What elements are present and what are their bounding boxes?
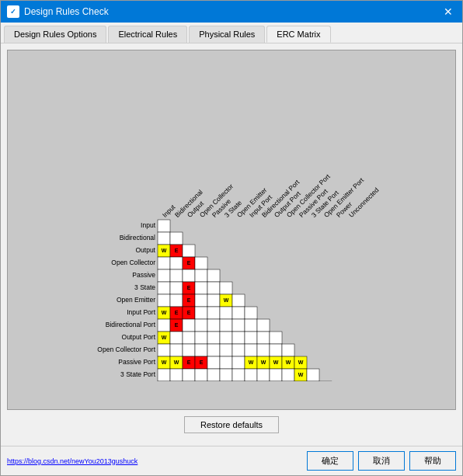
- restore-defaults-button[interactable]: Restore defaults: [184, 416, 279, 433]
- cell-11-4[interactable]: [207, 356, 220, 369]
- cell-5-3[interactable]: [195, 282, 207, 294]
- cell-12-3[interactable]: [195, 369, 207, 381]
- cell-12-8[interactable]: [257, 369, 270, 381]
- confirm-button[interactable]: 确定: [307, 451, 353, 471]
- main-window: ✓ Design Rules Check ✕ Design Rules Opti…: [0, 0, 463, 476]
- cell-8-2[interactable]: [183, 319, 195, 332]
- cell-4-2[interactable]: [183, 269, 195, 282]
- cell-9-7[interactable]: [245, 332, 257, 344]
- cell-9-9[interactable]: [270, 332, 282, 344]
- cell-7-0-text: W: [162, 310, 167, 315]
- cancel-button[interactable]: 取消: [358, 451, 405, 471]
- cell-10-1[interactable]: [170, 344, 183, 356]
- cell-10-5[interactable]: [220, 344, 232, 356]
- cell-6-3[interactable]: [195, 294, 207, 307]
- cell-10-2[interactable]: [183, 344, 195, 356]
- cell-11-7-text: W: [249, 360, 254, 365]
- bottom-bar: https://blog.csdn.net/newYou2013gushuck …: [1, 446, 462, 475]
- cell-6-1[interactable]: [170, 294, 183, 307]
- cell-0-0[interactable]: [158, 220, 170, 232]
- cell-9-1[interactable]: [170, 332, 183, 344]
- cell-5-5[interactable]: [220, 282, 232, 294]
- cell-11-6[interactable]: [232, 356, 245, 369]
- cell-10-7[interactable]: [245, 344, 257, 356]
- cell-11-0-text: W: [162, 360, 167, 365]
- cell-11-3-text: E: [200, 360, 204, 365]
- cell-9-4[interactable]: [207, 332, 220, 344]
- cell-9-5[interactable]: [220, 332, 232, 344]
- cell-12-0[interactable]: [158, 369, 170, 381]
- cell-10-8[interactable]: [257, 344, 270, 356]
- cell-8-4[interactable]: [207, 319, 220, 332]
- cell-10-4[interactable]: [207, 344, 220, 356]
- cell-8-0[interactable]: [158, 319, 170, 332]
- tab-electrical-rules[interactable]: Electrical Rules: [108, 26, 187, 43]
- cell-8-3[interactable]: [195, 319, 207, 332]
- cell-3-3[interactable]: [195, 257, 207, 269]
- cell-9-6[interactable]: [232, 332, 245, 344]
- cell-10-6[interactable]: [232, 344, 245, 356]
- matrix-container: .row-label { font-size: 8.5px; font-fami…: [7, 50, 456, 410]
- title-bar-left: ✓ Design Rules Check: [7, 5, 109, 18]
- cell-7-3[interactable]: [195, 307, 207, 319]
- cell-12-1[interactable]: [170, 369, 183, 381]
- window-icon: ✓: [7, 5, 19, 18]
- cell-5-2-text: E: [187, 285, 191, 290]
- title-bar: ✓ Design Rules Check ✕: [1, 1, 462, 23]
- cell-6-6[interactable]: [232, 294, 245, 307]
- cell-12-9[interactable]: [270, 369, 282, 381]
- svg-text:Open Collector Port: Open Collector Port: [97, 346, 155, 353]
- cell-8-6[interactable]: [232, 319, 245, 332]
- cell-10-0[interactable]: [158, 344, 170, 356]
- cell-5-1[interactable]: [170, 282, 183, 294]
- cell-10-10[interactable]: [282, 344, 294, 356]
- cell-7-6[interactable]: [232, 307, 245, 319]
- cell-6-0[interactable]: [158, 294, 170, 307]
- cell-12-4[interactable]: [207, 369, 220, 381]
- cell-8-1-text: E: [175, 322, 179, 328]
- cell-2-2[interactable]: [183, 245, 195, 257]
- tab-erc-matrix[interactable]: ERC Matrix: [266, 26, 330, 43]
- cell-12-10[interactable]: [282, 369, 294, 381]
- cell-12-7[interactable]: [245, 369, 257, 381]
- cell-10-3[interactable]: [195, 344, 207, 356]
- cell-4-3[interactable]: [195, 269, 207, 282]
- cell-7-5[interactable]: [220, 307, 232, 319]
- cell-8-5[interactable]: [220, 319, 232, 332]
- cell-7-4[interactable]: [207, 307, 220, 319]
- cell-3-0[interactable]: [158, 257, 170, 269]
- cell-10-9[interactable]: [270, 344, 282, 356]
- cell-11-8-text: W: [261, 360, 266, 365]
- svg-text:Output Port: Output Port: [122, 333, 156, 341]
- tab-physical-rules[interactable]: Physical Rules: [189, 26, 265, 43]
- help-button[interactable]: 帮助: [409, 451, 456, 471]
- content-area: .row-label { font-size: 8.5px; font-fami…: [1, 43, 462, 446]
- cell-12-5[interactable]: [220, 369, 232, 381]
- close-button[interactable]: ✕: [440, 4, 456, 19]
- cell-3-1[interactable]: [170, 257, 183, 269]
- cell-11-5[interactable]: [220, 356, 232, 369]
- cell-7-1-text: E: [175, 310, 179, 315]
- cell-12-6[interactable]: [232, 369, 245, 381]
- window-title: Design Rules Check: [24, 6, 109, 17]
- url-text: https://blog.csdn.net/newYou2013gushuck: [7, 457, 138, 465]
- cell-8-7[interactable]: [245, 319, 257, 332]
- cell-6-5-text: W: [224, 297, 229, 303]
- cell-1-0[interactable]: [158, 232, 170, 245]
- cell-8-8[interactable]: [257, 319, 270, 332]
- cell-9-2[interactable]: [183, 332, 195, 344]
- cell-12-12[interactable]: [307, 369, 319, 381]
- cell-4-0[interactable]: [158, 269, 170, 282]
- cell-1-1[interactable]: [170, 232, 183, 245]
- cell-6-4[interactable]: [207, 294, 220, 307]
- tab-design-rules-options[interactable]: Design Rules Options: [4, 26, 106, 43]
- cell-4-1[interactable]: [170, 269, 183, 282]
- cell-9-3[interactable]: [195, 332, 207, 344]
- cell-5-0[interactable]: [158, 282, 170, 294]
- svg-text:Input: Input: [161, 203, 177, 219]
- cell-12-2[interactable]: [183, 369, 195, 381]
- cell-7-7[interactable]: [245, 307, 257, 319]
- cell-5-4[interactable]: [207, 282, 220, 294]
- cell-9-8[interactable]: [257, 332, 270, 344]
- cell-4-4[interactable]: [207, 269, 220, 282]
